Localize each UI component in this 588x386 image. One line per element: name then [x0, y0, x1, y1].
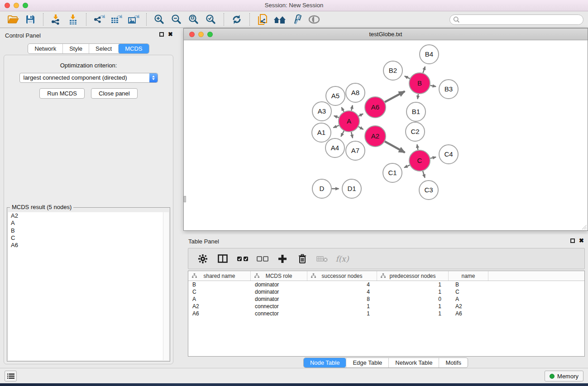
- delete-columns-trash-icon[interactable]: [292, 251, 312, 267]
- import-table-icon[interactable]: [66, 13, 81, 26]
- table-cell[interactable]: dominator: [251, 281, 307, 288]
- tab-network-table[interactable]: Network Table: [388, 358, 439, 367]
- graph-edge-A-A5[interactable]: [341, 107, 344, 112]
- result-list-item[interactable]: A6: [8, 242, 169, 249]
- minimize-window-button[interactable]: [14, 3, 19, 8]
- graph-edge-B-B1[interactable]: [418, 94, 418, 99]
- show-task-history-button[interactable]: [5, 371, 17, 381]
- zoom-selected-icon[interactable]: [204, 13, 218, 26]
- result-list-item[interactable]: A: [8, 219, 169, 227]
- graph-edge-B-B2[interactable]: [405, 76, 410, 78]
- reset-view-home-icon[interactable]: [272, 13, 287, 26]
- search-input[interactable]: [460, 15, 583, 24]
- column-header-mcds-role[interactable]: MCDS role: [251, 271, 307, 281]
- table-cell[interactable]: dominator: [251, 295, 307, 303]
- result-list-item[interactable]: C: [8, 234, 169, 242]
- table-cell[interactable]: 1: [377, 281, 449, 288]
- graph-edge-A-A2[interactable]: [359, 127, 363, 129]
- table-row[interactable]: A6connector11A6: [188, 310, 584, 317]
- graph-edge-A-A3[interactable]: [334, 116, 339, 118]
- graph-edge-A2-C[interactable]: [385, 142, 405, 152]
- close-panel-button[interactable]: Close panel: [91, 88, 138, 99]
- memory-button[interactable]: Memory: [545, 371, 583, 381]
- show-hide-graphics-details-icon[interactable]: [290, 13, 304, 26]
- table-row[interactable]: Cdominator41C: [188, 288, 584, 295]
- network-canvas[interactable]: B4B2BB3A8A5A6A3B1AA1C2A2A4A7C4CC1C3DD1: [184, 40, 588, 230]
- create-new-column-icon[interactable]: [272, 251, 292, 267]
- graph-edge-C-C3[interactable]: [423, 171, 425, 178]
- close-window-button[interactable]: [5, 3, 10, 8]
- open-session-icon[interactable]: [6, 13, 20, 26]
- table-cell[interactable]: A: [449, 295, 488, 303]
- tab-style[interactable]: Style: [62, 44, 89, 53]
- optimization-criterion-dropdown[interactable]: largest connected component (directed): [19, 73, 158, 83]
- graph-edge-C-C4[interactable]: [430, 157, 436, 158]
- tab-edge-table[interactable]: Edge Table: [346, 358, 388, 367]
- graph-edge-A6-B[interactable]: [385, 91, 405, 102]
- table-cell[interactable]: 0: [377, 295, 449, 303]
- network-vertical-scroll-thumb[interactable]: [184, 196, 186, 202]
- tab-motifs[interactable]: Motifs: [439, 358, 468, 367]
- tab-select[interactable]: Select: [89, 44, 118, 53]
- deselect-all-columns-icon[interactable]: [253, 251, 272, 267]
- export-table-icon[interactable]: [109, 13, 124, 26]
- result-list-item[interactable]: A2: [8, 212, 169, 219]
- zoom-out-icon[interactable]: [169, 13, 184, 26]
- network-close-button[interactable]: [189, 32, 195, 37]
- table-row[interactable]: Bdominator41B: [188, 281, 584, 288]
- table-cell[interactable]: 1: [377, 303, 449, 310]
- refresh-icon[interactable]: [229, 13, 244, 26]
- graph-edge-A-A8[interactable]: [351, 105, 353, 111]
- tab-mcds[interactable]: MCDS: [118, 44, 148, 53]
- table-cell[interactable]: 1: [377, 310, 449, 317]
- table-cell[interactable]: C: [188, 288, 251, 295]
- import-network-icon[interactable]: [49, 13, 63, 26]
- graph-edge-A-A6[interactable]: [359, 114, 363, 116]
- table-cell[interactable]: A: [188, 295, 251, 303]
- bird-eye-view-eye-icon[interactable]: [307, 13, 321, 26]
- table-cell[interactable]: 1: [377, 288, 449, 295]
- table-cell[interactable]: 1: [307, 303, 377, 310]
- table-cell[interactable]: B: [449, 281, 488, 288]
- table-cell[interactable]: A2: [449, 303, 488, 310]
- graph-edge-B-B3[interactable]: [430, 86, 436, 87]
- graph-edge-A-A7[interactable]: [351, 132, 353, 138]
- table-cell[interactable]: A2: [188, 303, 251, 310]
- export-image-icon[interactable]: [126, 13, 141, 26]
- table-cell[interactable]: C: [449, 288, 488, 295]
- close-table-panel-icon[interactable]: ✖: [579, 238, 584, 243]
- tab-node-table[interactable]: Node Table: [304, 358, 346, 367]
- column-header-name[interactable]: name: [449, 271, 488, 281]
- graph-edge-A-A4[interactable]: [341, 131, 344, 137]
- graph-edge-A-A1[interactable]: [333, 125, 339, 128]
- network-minimize-button[interactable]: [198, 32, 204, 37]
- table-settings-gear-icon[interactable]: [193, 251, 213, 267]
- column-header-predecessor-nodes[interactable]: predecessor nodes: [377, 271, 449, 281]
- new-network-from-selection-icon[interactable]: [255, 13, 270, 26]
- table-cell[interactable]: connector: [251, 310, 307, 317]
- graph-edge-C-C1[interactable]: [404, 165, 410, 167]
- column-header-shared-name[interactable]: shared name: [188, 271, 251, 281]
- table-cell[interactable]: 1: [307, 310, 377, 317]
- resize-grip-icon[interactable]: [581, 224, 587, 230]
- float-table-panel-icon[interactable]: [570, 238, 575, 243]
- table-cell[interactable]: connector: [251, 303, 307, 310]
- table-cell[interactable]: A6: [188, 310, 251, 317]
- close-panel-icon[interactable]: ✖: [168, 32, 173, 37]
- float-panel-icon[interactable]: [159, 32, 164, 37]
- run-mcds-button[interactable]: Run MCDS: [39, 88, 85, 99]
- table-cell[interactable]: dominator: [251, 288, 307, 295]
- select-all-columns-icon[interactable]: [233, 251, 253, 267]
- table-cell[interactable]: 4: [307, 288, 377, 295]
- export-network-icon[interactable]: [92, 13, 106, 26]
- result-list-scrollbar[interactable]: [163, 212, 169, 360]
- table-row[interactable]: Adominator80A: [188, 295, 584, 303]
- graph-edge-B-B4[interactable]: [423, 67, 425, 73]
- graph-edge-C-C2[interactable]: [417, 144, 418, 150]
- column-header-successor-nodes[interactable]: successor nodes: [307, 271, 377, 281]
- zoom-in-icon[interactable]: [152, 13, 167, 26]
- zoom-window-button[interactable]: [23, 3, 28, 8]
- table-cell[interactable]: 8: [307, 295, 377, 303]
- search-field[interactable]: [449, 14, 583, 25]
- tab-network[interactable]: Network: [28, 44, 62, 53]
